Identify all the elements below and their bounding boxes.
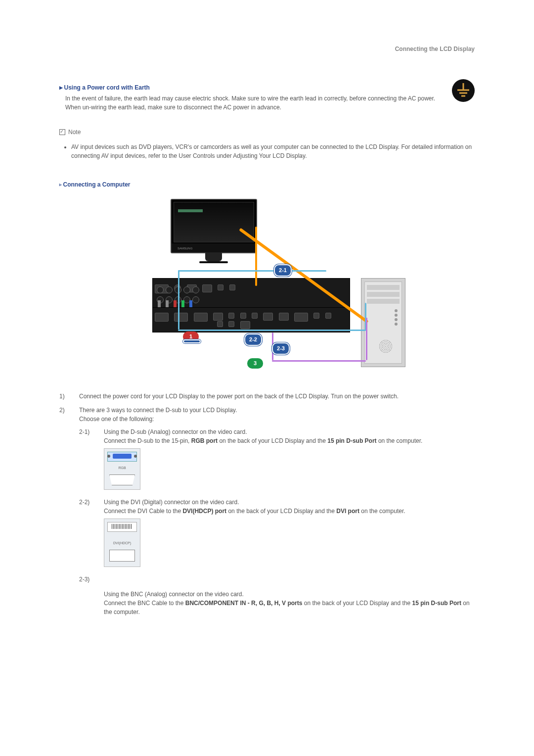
computer-tower: [361, 278, 405, 367]
step-text: Choose one of the following:: [79, 416, 154, 423]
vga-cable-icon: [178, 330, 366, 331]
page-title: Connecting the LCD Display: [395, 46, 475, 52]
port-icon: [240, 313, 246, 319]
callout-2-1-anchor-icon: [183, 339, 201, 343]
step-2: 2) There are 3 ways to connect the D-sub…: [59, 406, 475, 616]
vga-cable-icon: [178, 270, 326, 272]
monitor-screen: [174, 202, 254, 242]
substep-text: Connect the BNC Cable to the BNC/COMPONE…: [104, 599, 475, 616]
page-header: Connecting the LCD Display: [59, 45, 475, 53]
callout-2-3: 2-3: [272, 342, 290, 355]
dvi-port-icon: [194, 313, 208, 322]
port-icon: [202, 284, 212, 292]
note-list: AV input devices such as DVD players, VC…: [59, 142, 475, 160]
callout-2-1: 2-1: [274, 264, 292, 277]
callout-3: 3: [247, 358, 263, 369]
power-heading: Using a Power cord with Earth: [59, 83, 447, 92]
port-icon: [228, 313, 234, 319]
monitor-brand-label: SAMSUNG: [178, 246, 192, 251]
substep-2-1: 2-1) Using the D-sub (Analog) connector …: [79, 427, 475, 492]
rgb-port-icon: [174, 313, 188, 322]
earth-icon: [452, 79, 475, 102]
port-icon: [218, 284, 223, 290]
port-label: [155, 325, 170, 330]
substep-text: Using the BNC (Analog) connector on the …: [104, 590, 475, 599]
substep-2-2: 2-2) Using the DVI (Digital) connector o…: [79, 498, 475, 569]
note-text: Note: [68, 128, 81, 137]
dvi-port-thumbnail: DVI(HDCP): [104, 519, 140, 567]
dvi-cable-icon: [255, 227, 257, 286]
monitor-stand: [205, 252, 222, 261]
step-number: 2): [59, 406, 71, 616]
substep-number: 2-2): [79, 498, 96, 569]
port-icon: [263, 313, 273, 321]
monitor-illustration: SAMSUNG: [171, 199, 257, 253]
bnc-cable-icon: [272, 360, 366, 362]
note-bullet: AV input devices such as DVD players, VC…: [71, 142, 475, 160]
checkbox-icon: [59, 129, 65, 135]
panel-row-bottom: [153, 307, 350, 329]
substep-2-3: 2-3): [79, 575, 475, 584]
step-1: 1) Connect the power cord for your LCD D…: [59, 392, 475, 401]
note-label: Note: [59, 128, 475, 137]
connection-diagram: SAMSUNG: [129, 199, 405, 377]
steps-list: 1) Connect the power cord for your LCD D…: [59, 392, 475, 616]
vga-cable-icon: [178, 270, 179, 330]
substep-number: 2-1): [79, 427, 96, 492]
thumbnail-label: RGB: [104, 466, 140, 471]
port-icon: [279, 313, 289, 321]
substep-text: Connect the DVI Cable to the DVI(HDCP) p…: [104, 507, 475, 516]
port-icon: [229, 284, 235, 290]
port-icon: [155, 313, 169, 322]
power-section: Using a Power cord with Earth In the eve…: [59, 78, 475, 114]
port-icon: [325, 313, 331, 319]
substep-text: Connect the D-sub to the 15-pin, RGB por…: [104, 436, 475, 445]
step-text: Connect the power cord for your LCD Disp…: [79, 392, 475, 401]
port-icon: [252, 313, 258, 319]
bnc-cable-icon: [366, 318, 367, 360]
computer-heading: Connecting a Computer: [59, 180, 475, 189]
port-icon: [213, 313, 223, 321]
rgb-port-thumbnail: RGB: [104, 448, 140, 490]
port-icon: [294, 313, 308, 322]
callout-2-2: 2-2: [244, 333, 262, 346]
panel-row-top: [153, 282, 350, 301]
port-icon: [313, 313, 319, 319]
step-number: 1): [59, 392, 71, 401]
thumbnail-label: DVI(HDCP): [104, 541, 140, 546]
power-body: In the event of failure, the earth lead …: [65, 94, 447, 112]
substep-text: Using the D-sub (Analog) connector on th…: [104, 427, 475, 436]
substep-number: 2-3): [79, 575, 96, 584]
step-text: There are 3 ways to connect the D-sub to…: [79, 407, 237, 414]
substep-text: Using the DVI (Digital) connector on the…: [104, 498, 475, 507]
substeps: 2-1) Using the D-sub (Analog) connector …: [79, 427, 475, 584]
